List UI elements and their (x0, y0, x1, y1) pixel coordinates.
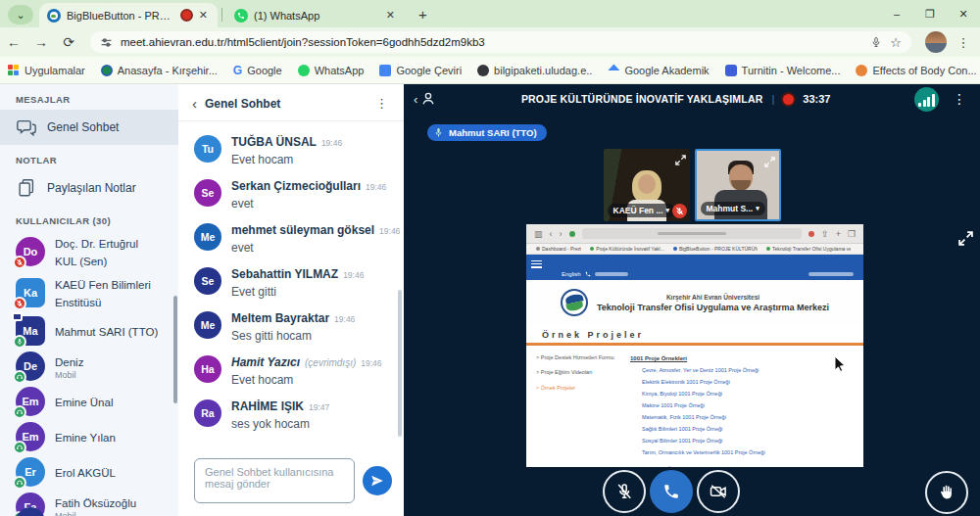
person-icon (419, 90, 437, 108)
chat-message: Se Sebahattin YILMAZ19:46 Evet gitti (194, 267, 388, 299)
url-bar[interactable]: meet.ahievran.edu.tr/html5client/join?se… (90, 31, 911, 53)
bookmark-akademik[interactable]: Google Akademik (608, 65, 709, 76)
globe-icon (477, 65, 489, 76)
chat-messages: Tu TUĞBA ÜNSAL19:46 Evet hocam Se Serkan… (178, 125, 404, 431)
window-maximize-button[interactable]: ❐ (913, 8, 947, 21)
unmute-button[interactable] (603, 470, 646, 513)
new-tab-button[interactable]: + (413, 6, 433, 23)
tab-bigbluebutton[interactable]: BigBlueButton - PROJE KÜL ✕ (39, 3, 218, 27)
url-text[interactable]: meet.ahievran.edu.tr/html5client/join?se… (121, 36, 862, 48)
avatar: Ra (194, 399, 221, 427)
shared-menu-item: > Proje Destek Hizmetleri Formu (536, 353, 620, 361)
user-row[interactable]: Ma Mahmut SARI (TTO) (0, 313, 178, 349)
chat-options-icon[interactable]: ⋮ (371, 96, 392, 111)
voice-search-icon[interactable] (870, 35, 882, 49)
bookmark-star-icon[interactable]: ☆ (890, 35, 902, 50)
bookmark-anasayfa[interactable]: Anasayfa - Kırşehir... (101, 65, 218, 76)
bookmark-ceviri[interactable]: Google Çeviri (379, 65, 462, 76)
browser-tabstrip: ⌄ BigBlueButton - PROJE KÜL ✕ (1) WhatsA… (0, 0, 980, 27)
message-author: TUĞBA ÜNSAL (231, 135, 317, 149)
turnitin-icon (725, 65, 737, 76)
mic-icon (433, 127, 444, 138)
reload-button[interactable]: ⟳ (55, 34, 82, 50)
shared-site-topbar: English (526, 255, 863, 280)
shared-menu-item-active: > Örnek Projeler (536, 384, 620, 392)
leave-audio-button[interactable] (650, 470, 693, 513)
chat-message: Ha Hamit Yazıcı(çevrimdışı)19:46 Evet ho… (194, 355, 388, 387)
connection-status-button[interactable] (914, 87, 939, 112)
user-row[interactable]: Em Emine Yılan (0, 419, 178, 454)
browser-menu-icon[interactable]: ⋮ (953, 35, 974, 50)
sidebar-item-public-chat[interactable]: Genel Sohbet (0, 110, 178, 145)
tab-close-icon[interactable]: ✕ (384, 9, 397, 22)
options-menu-icon[interactable]: ⋮ (949, 91, 970, 107)
signal-bar (927, 97, 930, 107)
chat-back-chevron-icon[interactable]: ‹ (192, 96, 197, 111)
message-text: evet (231, 197, 386, 211)
shared-section-heading: 2209-A Proje Örnekleri (630, 466, 863, 467)
tab-search-button[interactable]: ⌄ (8, 5, 33, 24)
webcam-user-dropdown[interactable]: KAEÜ Fen ...▾ (608, 204, 676, 217)
shared-site-header: Kırşehir Ahi Evran Üniversitesi Teknoloj… (526, 280, 863, 325)
bookmark-effects[interactable]: Effects of Body Con... (856, 65, 976, 76)
user-row[interactable]: Ka KAEÜ Fen Bilimleri Enstitüsü (0, 272, 178, 313)
tab-close-icon[interactable]: ✕ (197, 9, 210, 22)
site-settings-icon[interactable] (100, 36, 113, 49)
message-composer (194, 458, 392, 503)
tab-title: BigBlueButton - PROJE KÜL (67, 10, 176, 22)
tab-whatsapp[interactable]: (1) WhatsApp ✕ (226, 3, 405, 27)
shared-link: Çevre, Atmosfer, Yer ve Deniz 1001 Proje… (642, 367, 863, 373)
sidebar-scrollbar[interactable] (173, 296, 177, 403)
sidebar-item-label: Paylaşılan Notlar (47, 181, 136, 195)
bbb-favicon (47, 9, 61, 23)
back-button[interactable]: ← (0, 34, 27, 50)
user-sub: Mobil (55, 511, 136, 516)
window-close-button[interactable]: ✕ (947, 8, 980, 21)
webcam-fullscreen-icon[interactable] (675, 152, 686, 169)
muted-mic-badge (13, 256, 26, 269)
message-text: Ses gitti hocam (231, 329, 355, 343)
user-row[interactable]: De DenizMobil (0, 349, 178, 384)
shared-tabs-icon: ❐ (848, 229, 856, 239)
bookmark-google[interactable]: G Google (233, 64, 282, 77)
avatar: Ma (16, 316, 45, 346)
user-sub: Mobil (55, 370, 83, 380)
webcams-row: KAEÜ Fen ...▾ Mahmut S...▾ (404, 149, 980, 221)
webcam-fullscreen-icon[interactable] (764, 154, 775, 171)
window-minimize-button[interactable]: – (880, 8, 913, 20)
message-time: 19:46 (379, 226, 400, 236)
avatar (16, 507, 45, 516)
share-webcam-button[interactable] (697, 470, 740, 513)
bookmark-turnitin[interactable]: Turnitin - Welcome... (725, 65, 841, 76)
shared-lang-label: English (562, 271, 581, 277)
forward-button[interactable]: → (27, 34, 55, 50)
user-row[interactable]: Er Erol AKGÜL (0, 454, 178, 490)
hand-icon (938, 484, 956, 501)
talking-user-label: Mahmut SARI (TTO) (449, 127, 537, 138)
profile-avatar[interactable] (925, 31, 947, 53)
bookmark-bilgipaketi[interactable]: bilgipaketi.uludag.e.. (477, 65, 592, 76)
toggle-userlist-button[interactable]: ‹ (414, 90, 437, 108)
hamburger-icon (531, 258, 542, 269)
user-row[interactable]: Em Emine Ünal (0, 384, 178, 419)
presentation-fullscreen-button[interactable] (958, 231, 973, 250)
message-time: 19:46 (343, 270, 364, 280)
message-author: Hamit Yazıcı (231, 355, 300, 369)
send-message-button[interactable] (363, 466, 392, 495)
bookmark-whatsapp[interactable]: WhatsApp (298, 65, 365, 76)
camera-off-icon (709, 482, 728, 501)
recording-indicator-icon[interactable] (783, 94, 794, 105)
webcam-user-dropdown[interactable]: Mahmut S...▾ (701, 202, 765, 215)
recording-timer[interactable]: 33:37 (803, 93, 830, 105)
shared-menu-item: > Proje Eğitim Videoları (536, 368, 620, 376)
message-input[interactable] (194, 458, 355, 503)
raise-hand-button[interactable] (925, 471, 968, 514)
chat-scrollbar[interactable] (398, 290, 402, 437)
meeting-topbar: ‹ PROJE KÜLTÜRÜNDE İNOVATİF YAKLAŞIMLAR … (404, 84, 980, 114)
window-controls: – ❐ ✕ (880, 0, 980, 27)
user-row[interactable]: Do Doç. Dr. Ertuğrul KUL (Sen) (0, 231, 178, 272)
sidebar-item-shared-notes[interactable]: Paylaşılan Notlar (0, 170, 178, 206)
bookmark-apps[interactable]: Uygulamalar (8, 65, 85, 76)
chat-message: Ra RAHİME IŞIK19:47 ses yok hocam (194, 399, 388, 431)
message-time: 19:46 (321, 138, 342, 148)
